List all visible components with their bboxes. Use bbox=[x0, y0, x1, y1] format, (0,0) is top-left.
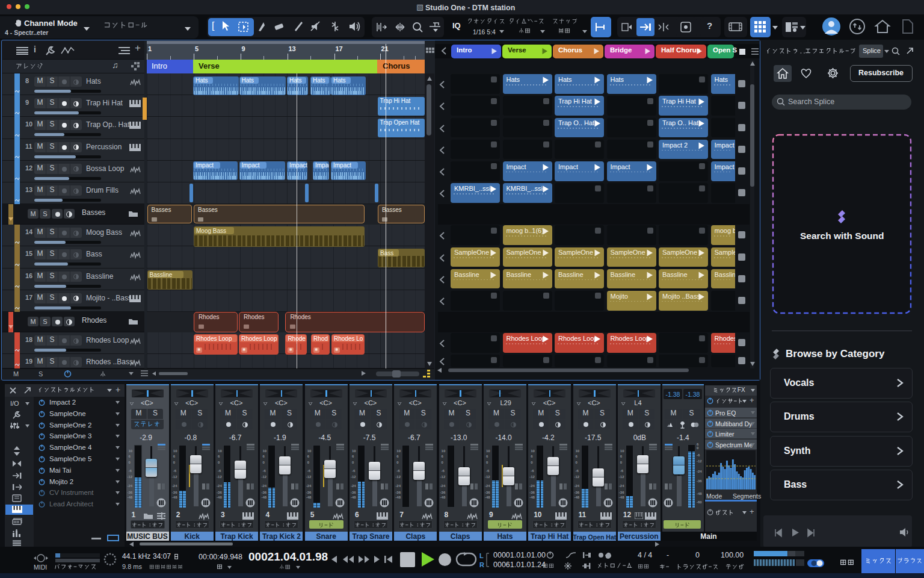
svg-text:F: F bbox=[737, 387, 741, 393]
svg-text:X: X bbox=[741, 387, 745, 393]
